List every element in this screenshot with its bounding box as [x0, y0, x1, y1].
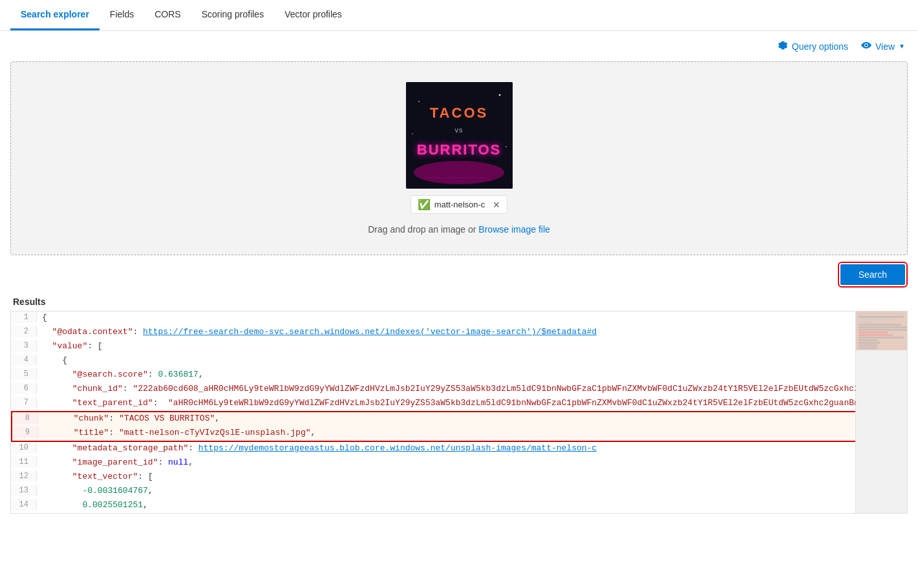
search-button-row: Search	[0, 255, 918, 294]
minimap	[855, 311, 907, 513]
code-line: 7 "text_parent_id": "aHR0cHM6Ly9teWRlbW9…	[11, 397, 907, 411]
code-line: 12 "text_vector": [	[11, 470, 907, 485]
code-line: 6 "chunk_id": "222ab60cd608_aHR0cHM6Ly9t…	[11, 383, 907, 397]
code-line: 2 "@odata.context": https://free-search-…	[11, 326, 907, 340]
code-line: 1 {	[11, 311, 907, 326]
code-line-highlighted: 8 "chunk": "TACOS VS BURRITOS",	[12, 412, 906, 426]
svg-point-1	[414, 161, 504, 184]
tab-scoring-profiles[interactable]: Scoring profiles	[191, 0, 275, 30]
image-preview: TACOS vs BURRITOS BURRITOS	[406, 82, 513, 189]
image-preview-container: TACOS vs BURRITOS BURRITOS ✅ matt-nelson…	[406, 82, 513, 214]
tabs-bar: Search explorer Fields CORS Scoring prof…	[0, 0, 918, 31]
file-badge: ✅ matt-nelson-c ✕	[411, 195, 508, 214]
code-line: 5 "@search.score": 0.636817,	[11, 368, 907, 383]
close-file-button[interactable]: ✕	[493, 200, 500, 210]
svg-text:vs: vs	[454, 126, 463, 134]
code-line: 4 {	[11, 354, 907, 368]
svg-point-6	[418, 101, 420, 102]
svg-point-8	[412, 133, 413, 134]
eye-icon	[861, 40, 871, 52]
code-line: 3 "value": [	[11, 340, 907, 354]
drop-area[interactable]: TACOS vs BURRITOS BURRITOS ✅ matt-nelson…	[10, 61, 908, 255]
view-label: View	[875, 41, 895, 52]
browse-link[interactable]: Browse image file	[478, 224, 550, 235]
file-name: matt-nelson-c	[434, 200, 486, 209]
query-options-button[interactable]: Query options	[778, 40, 848, 52]
code-line: 14 0.0025501251,	[11, 499, 907, 513]
code-line: 13 -0.0031604767,	[11, 485, 907, 499]
tab-vector-profiles[interactable]: Vector profiles	[274, 0, 352, 30]
svg-text:BURRITOS: BURRITOS	[416, 142, 501, 158]
tab-cors[interactable]: CORS	[144, 0, 191, 30]
tab-search-explorer[interactable]: Search explorer	[10, 0, 100, 30]
drop-hint: Drag and drop an image or Browse image f…	[368, 224, 550, 235]
tab-fields[interactable]: Fields	[100, 0, 144, 30]
search-button[interactable]: Search	[840, 264, 905, 285]
check-icon: ✅	[418, 198, 431, 211]
svg-point-7	[498, 94, 500, 96]
code-line: 11 "image_parent_id": null,	[11, 456, 907, 470]
svg-point-9	[506, 146, 507, 147]
highlighted-rows-group: 8 "chunk": "TACOS VS BURRITOS", 9 "title…	[11, 411, 907, 442]
view-button[interactable]: View ▼	[861, 40, 905, 52]
code-block: 1 { 2 "@odata.context": https://free-sea…	[10, 311, 908, 514]
gear-icon	[778, 40, 788, 52]
toolbar: Query options View ▼	[0, 31, 918, 61]
chevron-down-icon: ▼	[899, 43, 905, 50]
svg-text:TACOS: TACOS	[429, 105, 487, 121]
code-line: 10 "metadata_storage_path": https://myde…	[11, 442, 907, 456]
query-options-label: Query options	[792, 41, 848, 52]
results-label: Results	[0, 294, 918, 311]
code-line-highlighted: 9 "title": "matt-nelson-cTyVIvzQslE-unsp…	[12, 426, 906, 441]
